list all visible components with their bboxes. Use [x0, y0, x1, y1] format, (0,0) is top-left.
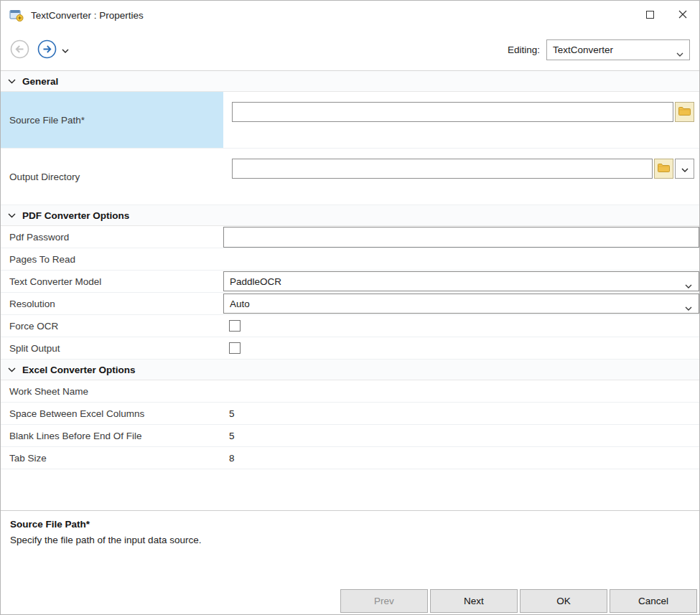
property-row-force-ocr: Force OCR — [1, 315, 699, 337]
folder-icon — [658, 163, 670, 174]
pdf-password-input[interactable] — [223, 227, 699, 248]
toolbar: Editing: TextConverter — [1, 29, 699, 71]
description-title: Source File Path* — [10, 519, 690, 530]
chevron-down-icon — [685, 280, 692, 291]
property-row-work-sheet-name: Work Sheet Name — [1, 380, 699, 403]
property-label: Work Sheet Name — [1, 380, 223, 402]
chevron-down-icon — [681, 164, 689, 174]
forward-button[interactable] — [37, 39, 57, 61]
property-label: Blank Lines Before End Of File — [1, 425, 223, 446]
chevron-down-icon — [62, 44, 69, 55]
output-directory-dropdown-button[interactable] — [675, 159, 694, 179]
property-label: Pdf Password — [1, 226, 223, 248]
property-label: Source File Path* — [1, 92, 223, 148]
split-output-checkbox[interactable] — [229, 342, 241, 354]
editing-label: Editing: — [508, 44, 540, 55]
blank-lines-before-end-of-file-value: 5 — [223, 425, 699, 447]
property-label: Force OCR — [1, 315, 223, 337]
section-title: Excel Converter Options — [22, 365, 136, 375]
property-label: Split Output — [1, 337, 223, 359]
property-row-resolution: Resolution Auto — [1, 293, 699, 315]
output-directory-input[interactable] — [232, 159, 653, 179]
output-directory-browse-button[interactable] — [654, 159, 673, 179]
property-label: Output Directory — [1, 149, 223, 205]
property-row-output-directory: Output Directory — [1, 149, 699, 205]
chevron-down-icon — [8, 213, 16, 218]
close-button[interactable] — [666, 1, 699, 29]
section-header-general[interactable]: General — [1, 71, 699, 92]
property-row-space-between-excel-columns: Space Between Excel Columns 5 — [1, 403, 699, 425]
force-ocr-checkbox[interactable] — [229, 320, 241, 332]
space-between-excel-columns-value: 5 — [223, 403, 699, 425]
forward-icon — [37, 39, 57, 61]
source-file-path-input[interactable] — [232, 102, 673, 122]
properties-window: TextConverter : Properties — [0, 0, 700, 615]
close-icon — [678, 10, 687, 21]
property-row-tab-size: Tab Size 8 — [1, 447, 699, 469]
text-converter-model-value: PaddleOCR — [230, 276, 281, 287]
footer-buttons: Prev Next OK Cancel — [340, 589, 697, 613]
maximize-button[interactable] — [633, 1, 666, 29]
chevron-down-icon — [8, 367, 16, 372]
editing-combobox-value: TextConverter — [553, 44, 613, 55]
window-title: TextConverter : Properties — [31, 10, 633, 21]
cancel-button[interactable]: Cancel — [610, 589, 697, 613]
property-row-blank-lines-before-end-of-file: Blank Lines Before End Of File 5 — [1, 425, 699, 447]
description-panel: Source File Path* Specify the file path … — [1, 510, 699, 614]
property-grid: General Source File Path* — [1, 71, 699, 510]
property-label: Space Between Excel Columns — [1, 403, 223, 424]
section-title: PDF Converter Options — [22, 210, 129, 221]
resolution-value: Auto — [230, 299, 250, 309]
chevron-down-icon — [8, 79, 16, 84]
app-icon — [9, 8, 24, 22]
property-label: Resolution — [1, 293, 223, 314]
navigation-dropdown-button[interactable] — [62, 44, 69, 55]
tab-size-value: 8 — [223, 447, 699, 469]
chevron-down-icon — [676, 48, 683, 59]
titlebar: TextConverter : Properties — [1, 1, 699, 29]
property-row-pages-to-read: Pages To Read — [1, 248, 699, 271]
back-button[interactable] — [10, 39, 29, 61]
property-row-text-converter-model: Text Converter Model PaddleOCR — [1, 271, 699, 293]
folder-icon — [678, 106, 691, 118]
ok-button[interactable]: OK — [520, 589, 607, 613]
section-title: General — [22, 76, 58, 87]
prev-button[interactable]: Prev — [340, 589, 428, 613]
property-label: Pages To Read — [1, 248, 223, 270]
text-converter-model-select[interactable]: PaddleOCR — [223, 271, 699, 291]
section-header-pdf-converter-options[interactable]: PDF Converter Options — [1, 205, 699, 226]
back-icon — [10, 39, 29, 61]
source-file-browse-button[interactable] — [675, 102, 694, 122]
section-header-excel-converter-options[interactable]: Excel Converter Options — [1, 360, 699, 380]
property-row-pdf-password: Pdf Password — [1, 226, 699, 248]
grid-spacer — [1, 469, 699, 510]
property-row-source-file-path: Source File Path* — [1, 92, 699, 149]
property-label: Text Converter Model — [1, 271, 223, 292]
property-row-split-output: Split Output — [1, 337, 699, 360]
next-button[interactable]: Next — [430, 589, 518, 613]
property-label: Tab Size — [1, 447, 223, 469]
description-text: Specify the file path of the input data … — [10, 535, 690, 545]
maximize-icon — [646, 10, 654, 21]
resolution-select[interactable]: Auto — [223, 294, 699, 314]
editing-combobox[interactable]: TextConverter — [546, 39, 690, 60]
chevron-down-icon — [685, 302, 692, 313]
